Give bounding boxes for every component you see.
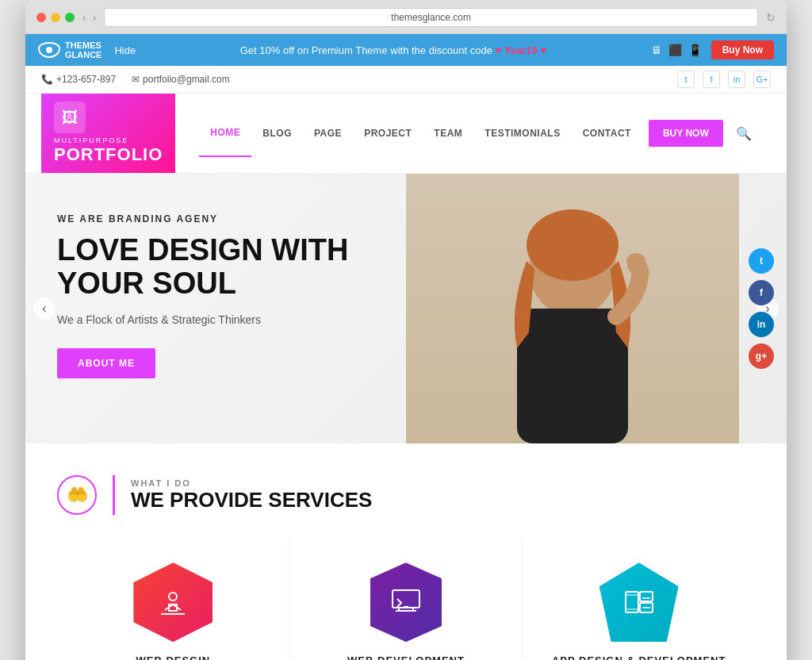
dot-maximize[interactable] [65,13,75,22]
nav-links: HOME BLOG PAGE PROJECT TEAM TESTIMONIALS… [199,109,771,157]
nav-item-home[interactable]: HOME [199,109,251,157]
contact-bar: 📞 +123-657-897 ✉ portfolio@gmail.com t f… [25,66,787,94]
contact-info: 📞 +123-657-897 ✉ portfolio@gmail.com [41,74,230,85]
web-design-icon [153,582,193,622]
brand-multipurpose: MULTIPURPOSE [54,136,128,144]
gplus-header-icon[interactable]: G+ [753,71,771,88]
search-icon[interactable]: 🔍 [736,126,752,141]
app-dev-icon [619,582,659,622]
hero-content: WE ARE BRANDING AGENY LOVE DESIGN WITH Y… [25,174,444,443]
nav-item-project[interactable]: PROJECT [353,110,423,156]
services-section: 🤲 WHAT I DO WE PROVIDE SERVICES [25,443,787,660]
service-card-webdev: WEB DEVELOPMENT [290,539,523,660]
hero-title-line1: LOVE DESIGN WITH [57,233,348,267]
back-icon[interactable]: ‹ [82,11,86,24]
service-shape-webdev [366,562,446,642]
browser-back-forward: ‹ › [82,11,96,24]
social-linkedin-button[interactable]: in [749,312,774,337]
services-icon-area: 🤲 [57,475,97,515]
notif-right: 🖥 ⬛ 📱 Buy Now [651,40,774,59]
browser-dots [36,13,75,22]
hero-image [406,174,739,443]
nav-item-page[interactable]: PAGE [303,110,353,156]
nav-item-team[interactable]: TEAM [423,110,473,156]
services-section-title: WE PROVIDE SERVICES [131,488,372,512]
person-svg [469,190,676,443]
social-sidebar: t f in g+ [749,248,774,369]
hero-title-line2: YOUR SOUL [57,267,236,300]
envelope-icon: ✉ [132,74,140,85]
logo-line2: GLANCE [65,50,102,59]
address-bar[interactable]: themesglance.com [104,8,758,27]
site-header: 📞 +123-657-897 ✉ portfolio@gmail.com t f… [25,66,787,174]
picture-icon: 🖼 [62,109,78,127]
dot-minimize[interactable] [51,13,60,22]
nav-buy-now-button[interactable]: BUY NOW [649,120,723,147]
main-nav: 🖼 MULTIPURPOSE PORTFOLIO HOME BLOG PAGE … [25,94,787,173]
mobile-icon: 📱 [688,44,702,56]
linkedin-header-icon[interactable]: in [728,71,745,88]
service-name-webdesign: WEB DESGIN [73,654,274,660]
svg-rect-6 [393,590,419,608]
refresh-icon[interactable]: ↻ [766,11,776,24]
forward-icon[interactable]: › [93,11,97,24]
web-dev-icon [386,582,426,622]
service-name-webdev: WEB DEVELOPMENT [306,654,507,660]
tablet-icon: ⬛ [668,44,682,56]
email-address: portfolio@gmail.com [143,74,230,85]
social-twitter-button[interactable]: t [749,248,774,274]
hide-button[interactable]: Hide [114,44,136,56]
eye-icon [38,42,60,58]
dot-close[interactable] [36,13,46,22]
notif-text: Get 10% off on Premium Theme with the di… [240,44,492,56]
buy-now-button[interactable]: Buy Now [711,40,774,59]
header-social-icons: t f in G+ [677,71,771,88]
themes-glance-logo: THEMES GLANCE [38,40,102,59]
service-shape-appdev [599,562,679,642]
notification-message: Get 10% off on Premium Theme with the di… [240,44,546,56]
browser-window: ‹ › themesglance.com ↻ THEMES GLANCE Hid… [25,0,787,660]
svg-rect-11 [640,592,653,601]
hero-title: LOVE DESIGN WITH YOUR SOUL [57,234,412,301]
browser-refresh: ↻ [766,11,776,24]
services-what-label: WHAT I DO [131,478,372,488]
service-shape-webdesign [133,562,213,642]
desktop-icon: 🖥 [651,44,662,56]
about-me-button[interactable]: ABOUT ME [57,348,155,378]
slider-prev-button[interactable]: ‹ [33,297,56,320]
brand-logo: 🖼 MULTIPURPOSE PORTFOLIO [41,94,175,173]
browser-chrome: ‹ › themesglance.com ↻ [25,0,787,34]
facebook-header-icon[interactable]: f [703,71,720,88]
nav-item-contact[interactable]: CONTACT [572,110,642,156]
service-name-appdev: APP DESIGN & DEVELOPMENT [538,654,739,660]
nav-item-blog[interactable]: BLOG [251,110,303,156]
svg-point-4 [169,593,177,601]
hero-description: We a Flock of Artists & Strategic Thinke… [57,313,412,326]
svg-rect-1 [517,309,628,443]
social-facebook-button[interactable]: f [749,280,774,305]
phone-number: +123-657-897 [56,74,116,85]
svg-point-3 [626,253,645,269]
logo-line1: THEMES [65,40,102,50]
brand-name: PORTFOLIO [54,144,163,165]
heart-icon: ♥ [496,44,504,56]
services-header: 🤲 WHAT I DO WE PROVIDE SERVICES [57,475,755,515]
hero-section: ‹ WE ARE BRANDING AGENY LOVE DESIGN WITH… [25,174,787,443]
logo-text: THEMES GLANCE [65,40,102,59]
social-gplus-button[interactable]: g+ [749,343,774,369]
heart-icon-2: ♥ [540,44,546,56]
twitter-header-icon[interactable]: t [677,71,695,88]
notif-left: THEMES GLANCE Hide [38,40,136,59]
services-header-text: WHAT I DO WE PROVIDE SERVICES [131,478,372,512]
phone-icon: 📞 [41,74,53,85]
services-hand-icon: 🤲 [57,475,97,515]
nav-item-testimonials[interactable]: TESTIMONIALS [473,110,571,156]
logo-image-placeholder: 🖼 [54,102,86,133]
discount-code: Year19 [504,44,538,56]
phone-contact: 📞 +123-657-897 [41,74,116,85]
hero-person-photo [406,174,739,443]
notification-bar: THEMES GLANCE Hide Get 10% off on Premiu… [25,34,787,66]
brand-logo-inner: 🖼 MULTIPURPOSE PORTFOLIO [54,102,163,165]
hero-subtitle: WE ARE BRANDING AGENY [57,213,412,224]
email-contact: ✉ portfolio@gmail.com [132,74,230,85]
